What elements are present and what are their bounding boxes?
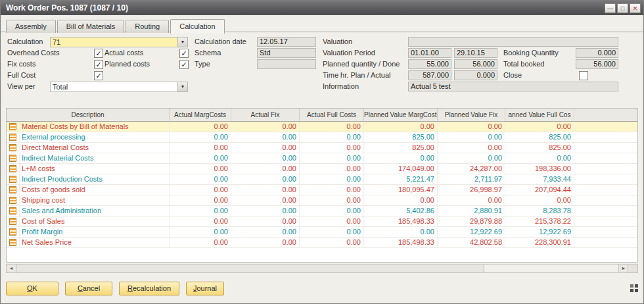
row-value: 0.00 — [170, 206, 231, 216]
type-value — [257, 59, 316, 69]
column-header-description[interactable]: Description — [7, 109, 170, 121]
titlebar[interactable]: Work Order Pos. 1087 (1087 / 10) — □ ✕ — [1, 1, 643, 15]
table-row[interactable]: Costs of goods sold0.000.000.00180,095.4… — [7, 185, 637, 195]
row-details-icon[interactable] — [9, 197, 16, 204]
planned-costs-label: Planned costs — [104, 59, 150, 69]
row-value: 207,094.44 — [505, 185, 574, 195]
row-value: 5,221.47 — [364, 174, 438, 184]
row-value: 0.00 — [231, 153, 300, 163]
row-value: 0.00 — [505, 195, 574, 205]
row-value: 198,336.00 — [505, 164, 574, 174]
row-value: 0.00 — [300, 216, 364, 226]
actual-costs-checkbox[interactable]: ✓ — [179, 49, 189, 58]
time-actual-value: 0.000 — [454, 70, 497, 80]
chevron-down-icon[interactable]: ▼ — [177, 38, 187, 47]
row-details-icon[interactable] — [9, 155, 16, 162]
column-header-planned-value-fix[interactable]: Planned Value Fix — [438, 109, 505, 121]
scroll-right-icon[interactable]: ► — [618, 265, 628, 272]
planned-costs-checkbox[interactable]: ✓ — [179, 60, 189, 69]
scroll-left-icon[interactable]: ◄ — [7, 265, 16, 272]
overhead-costs-checkbox[interactable]: ✓ — [94, 49, 103, 58]
row-value: 185,498.33 — [364, 216, 438, 226]
ok-button[interactable]: OK — [6, 282, 58, 295]
row-value: 0.00 — [364, 227, 438, 237]
row-value: 0.00 — [170, 185, 231, 195]
column-header-actual-full-costs[interactable]: Actual Full Costs — [300, 109, 364, 121]
row-icon-cell — [7, 143, 20, 153]
table-row[interactable]: Profit Margin0.000.000.000.0012,922.6912… — [7, 227, 637, 238]
row-value: 42,802.58 — [438, 238, 505, 247]
row-value: 2,880.91 — [438, 206, 505, 216]
row-details-icon[interactable] — [9, 123, 16, 130]
full-cost-checkbox[interactable]: ✓ — [94, 71, 103, 80]
row-description: Shipping cost — [20, 195, 170, 205]
table-row[interactable]: Shipping cost0.000.000.000.000.000.00 — [7, 195, 637, 206]
tab-calculation[interactable]: Calculation — [170, 19, 224, 34]
row-value: 0.00 — [231, 195, 300, 205]
row-description: L+M costs — [20, 164, 170, 174]
row-details-icon[interactable] — [9, 218, 16, 225]
table-row[interactable]: Direct Material Costs0.000.000.00825.000… — [7, 143, 637, 153]
recalculation-button[interactable]: Recalculation — [119, 282, 179, 295]
table-row[interactable]: L+M costs0.000.000.00174,049.0024,287.00… — [7, 164, 637, 174]
column-header-actual-fix[interactable]: Actual Fix — [231, 109, 300, 121]
row-value: 0.00 — [170, 164, 231, 174]
scrollbar-thumb[interactable] — [16, 265, 484, 272]
row-details-icon[interactable] — [9, 186, 16, 193]
table-row[interactable]: Indirect Material Costs0.000.000.000.000… — [7, 153, 637, 164]
table-row[interactable]: Cost of Sales0.000.000.00185,498.3329,87… — [7, 216, 637, 227]
row-value: 185,498.33 — [364, 238, 438, 247]
row-value: 12,922.69 — [438, 227, 505, 237]
time-hr-label: Time hr. Plan / Actual — [323, 70, 391, 80]
row-value: 0.00 — [170, 238, 231, 247]
row-details-icon[interactable] — [9, 165, 16, 172]
minimize-icon[interactable]: — — [605, 3, 616, 13]
row-details-icon[interactable] — [9, 134, 16, 141]
row-value: 24,287.00 — [438, 164, 505, 174]
done-quantity-value: 56.000 — [454, 59, 497, 69]
table-row[interactable]: Sales and Administration0.000.000.005,40… — [7, 206, 637, 216]
row-value: 0.00 — [231, 216, 300, 226]
total-booked-value: 56.000 — [576, 59, 618, 69]
table-row[interactable]: Net Sales Price0.000.000.00185,498.3342,… — [7, 238, 637, 248]
row-value: 0.00 — [438, 132, 505, 142]
row-value: 0.00 — [231, 185, 300, 195]
row-details-icon[interactable] — [9, 239, 16, 246]
tab-assembly[interactable]: Assembly — [6, 20, 56, 33]
row-details-icon[interactable] — [9, 207, 16, 215]
row-details-icon[interactable] — [9, 176, 16, 183]
schema-label: Schema — [195, 48, 221, 58]
row-filler — [574, 185, 637, 195]
close-icon[interactable]: ✕ — [630, 3, 641, 13]
cancel-button[interactable]: Cancel — [65, 282, 112, 295]
row-value: 0.00 — [170, 174, 231, 184]
row-value: 0.00 — [300, 174, 364, 184]
fix-costs-checkbox[interactable]: ✓ — [94, 60, 103, 69]
calculation-date-value: 12.05.17 — [257, 37, 316, 47]
tab-bill-of-materials[interactable]: Bill of Materials — [57, 20, 125, 33]
table-row[interactable]: External processing0.000.000.00825.000.0… — [7, 132, 637, 143]
resize-grip[interactable] — [630, 284, 639, 293]
calculation-combo[interactable]: 71 ▼ — [50, 37, 188, 47]
row-value: 29,879.88 — [438, 216, 505, 226]
table-row[interactable]: Indirect Production Costs0.000.000.005,2… — [7, 174, 637, 185]
row-value: 0.00 — [300, 164, 364, 174]
horizontal-scrollbar[interactable]: ◄ ► — [6, 264, 638, 273]
chevron-down-icon[interactable]: ▼ — [177, 82, 187, 91]
close-checkbox[interactable] — [579, 71, 588, 80]
column-header-anned-value-full-cos[interactable]: anned Value Full Cos — [505, 109, 574, 121]
tab-routing[interactable]: Routing — [126, 20, 169, 33]
row-value: 0.00 — [170, 132, 231, 142]
view-per-combo[interactable]: Total ▼ — [50, 82, 188, 92]
valuation-period-to: 29.10.15 — [454, 48, 497, 58]
table-row[interactable]: Material Costs by Bill of Materials0.000… — [7, 122, 637, 132]
row-value: 0.00 — [438, 143, 505, 153]
row-value: 2,711.97 — [438, 174, 505, 184]
row-details-icon[interactable] — [9, 228, 16, 236]
maximize-icon[interactable]: □ — [617, 3, 628, 13]
column-header-planned-value-margcosts[interactable]: Planned Value MargCosts — [364, 109, 438, 121]
row-details-icon[interactable] — [9, 144, 16, 151]
column-header-actual-margcosts[interactable]: Actual MargCosts — [170, 109, 231, 121]
actual-costs-label: Actual costs — [104, 48, 143, 58]
journal-button[interactable]: Journal — [186, 282, 224, 295]
